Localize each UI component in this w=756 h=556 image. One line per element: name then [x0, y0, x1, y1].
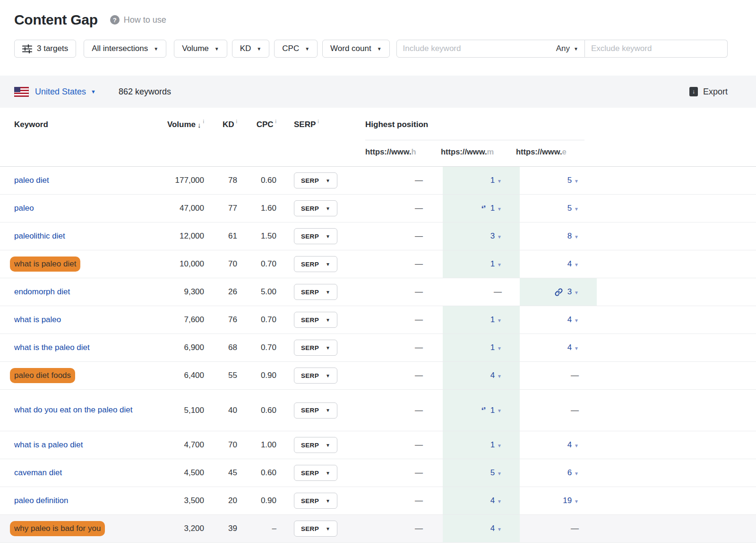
serp-dropdown-button[interactable]: SERP▼ — [294, 402, 337, 419]
position-dropdown[interactable]: 19▼ — [563, 496, 579, 505]
kd-value: 45 — [204, 459, 237, 487]
position-dropdown[interactable]: 1▼ — [490, 176, 502, 185]
how-to-use-link[interactable]: ? How to use — [110, 15, 166, 25]
position-dropdown[interactable]: 6▼ — [567, 468, 579, 478]
no-position-dash: — — [415, 343, 423, 352]
serp-dropdown-button[interactable]: SERP▼ — [294, 340, 337, 356]
keyword-link[interactable]: paleo diet — [14, 174, 49, 187]
column-header-volume[interactable]: Volume↓i — [137, 118, 204, 131]
table-row: what is paleo7,600760.70SERP▼—1▼4▼ — [0, 306, 756, 334]
serp-dropdown-button[interactable]: SERP▼ — [294, 368, 337, 384]
position-cell-2: 4▼ — [443, 515, 520, 542]
cpc-filter-dropdown[interactable]: CPC▼ — [274, 40, 318, 58]
country-dropdown[interactable]: United States ▼ — [35, 87, 96, 97]
word-count-filter-dropdown[interactable]: Word count▼ — [322, 40, 390, 58]
kd-value: 61 — [204, 222, 237, 250]
position-dropdown[interactable]: 3▼ — [555, 287, 579, 297]
no-position-dash: — — [571, 406, 579, 415]
keyword-link-highlighted[interactable]: why paleo is bad for you — [10, 521, 105, 536]
keyword-link[interactable]: caveman diet — [14, 467, 62, 479]
keyword-link[interactable]: what do you eat on the paleo diet — [14, 404, 132, 416]
cpc-value: 0.90 — [234, 362, 276, 389]
cpc-value: 1.00 — [234, 431, 276, 459]
position-value: 1 — [490, 315, 495, 325]
kd-value: 39 — [204, 515, 237, 542]
position-dropdown[interactable]: 4▼ — [490, 524, 502, 533]
info-icon[interactable]: i — [318, 119, 318, 124]
targets-button[interactable]: 3 targets — [14, 40, 76, 58]
column-header-serp[interactable]: SERPi — [294, 118, 319, 131]
volume-value: 4,700 — [137, 431, 204, 459]
include-keyword-input[interactable]: Include keyword Any▼ — [396, 40, 585, 58]
position-dropdown[interactable]: 4▼ — [567, 315, 579, 325]
kd-value: 70 — [204, 431, 237, 459]
keyword-link[interactable]: what is paleo — [14, 314, 61, 326]
keyword-link[interactable]: what is the paleo diet — [14, 342, 90, 354]
position-dropdown[interactable]: 1▼ — [490, 315, 502, 325]
serp-dropdown-button[interactable]: SERP▼ — [294, 228, 337, 244]
include-mode-dropdown[interactable]: Any▼ — [556, 44, 578, 53]
volume-value: 6,900 — [137, 334, 204, 361]
serp-dropdown-button[interactable]: SERP▼ — [294, 493, 337, 509]
position-cell-3: 19▼ — [520, 487, 597, 514]
keyword-link[interactable]: paleo definition — [14, 495, 68, 507]
position-dropdown[interactable]: ❛❜1▼ — [481, 204, 502, 213]
serp-dropdown-button[interactable]: SERP▼ — [294, 256, 337, 272]
exclude-keyword-input[interactable]: Exclude keyword — [585, 40, 728, 58]
serp-dropdown-button[interactable]: SERP▼ — [294, 200, 337, 216]
position-dropdown[interactable]: 3▼ — [490, 231, 502, 241]
no-position-dash: — — [415, 287, 423, 297]
chevron-down-icon: ▼ — [574, 262, 579, 267]
target-url-3[interactable]: https://www.e — [516, 144, 587, 160]
serp-dropdown-button[interactable]: SERP▼ — [294, 172, 337, 188]
position-dropdown[interactable]: 5▼ — [567, 176, 579, 185]
position-dropdown[interactable]: 5▼ — [567, 204, 579, 213]
position-cell-1: — — [365, 250, 443, 278]
chevron-down-icon: ▼ — [574, 234, 579, 240]
keyword-link[interactable]: paleolithic diet — [14, 230, 65, 242]
intersections-dropdown[interactable]: All intersections▼ — [84, 40, 166, 58]
keyword-link-highlighted[interactable]: paleo diet foods — [10, 368, 75, 383]
serp-cell: SERP▼ — [294, 195, 337, 222]
kd-filter-dropdown[interactable]: KD▼ — [232, 40, 270, 58]
position-value: 3 — [567, 287, 572, 297]
volume-filter-dropdown[interactable]: Volume▼ — [174, 40, 227, 58]
position-dropdown[interactable]: 1▼ — [490, 440, 502, 450]
position-dropdown[interactable]: 4▼ — [490, 371, 502, 380]
serp-dropdown-button[interactable]: SERP▼ — [294, 521, 337, 537]
keyword-cell: paleo definition — [14, 487, 137, 514]
column-header-keyword[interactable]: Keyword — [14, 118, 48, 131]
position-dropdown[interactable]: 1▼ — [490, 259, 502, 269]
column-header-cpc[interactable]: CPCi — [234, 118, 276, 131]
position-dropdown[interactable]: 4▼ — [490, 496, 502, 505]
keyword-link[interactable]: what is a paleo diet — [14, 439, 83, 451]
serp-dropdown-button[interactable]: SERP▼ — [294, 465, 337, 481]
position-dropdown[interactable]: 4▼ — [567, 343, 579, 352]
position-dropdown[interactable]: 1▼ — [490, 343, 502, 352]
chevron-down-icon: ▼ — [574, 499, 579, 504]
target-url-2[interactable]: https://www.m — [441, 144, 512, 160]
chevron-down-icon: ▼ — [326, 498, 330, 504]
position-dropdown[interactable]: 5▼ — [490, 468, 502, 478]
chevron-down-icon: ▼ — [326, 526, 330, 531]
position-dropdown[interactable]: 4▼ — [567, 259, 579, 269]
keyword-link[interactable]: endomorph diet — [14, 286, 70, 298]
position-cell-1: — — [365, 431, 443, 459]
target-url-1[interactable]: https://www.h — [365, 144, 436, 160]
no-position-dash: — — [415, 315, 423, 325]
column-header-kd[interactable]: KDi — [204, 118, 237, 131]
kd-value: 55 — [204, 362, 237, 389]
export-button[interactable]: ↓ Export — [689, 87, 728, 97]
serp-dropdown-button[interactable]: SERP▼ — [294, 437, 337, 453]
position-dropdown[interactable]: 8▼ — [567, 231, 579, 241]
serp-dropdown-button[interactable]: SERP▼ — [294, 312, 337, 328]
export-download-icon: ↓ — [689, 87, 698, 96]
keyword-link[interactable]: paleo — [14, 202, 34, 214]
serp-dropdown-button[interactable]: SERP▼ — [294, 284, 337, 300]
chevron-down-icon: ▼ — [497, 318, 502, 323]
keyword-count: 862 keywords — [119, 87, 171, 97]
position-dropdown[interactable]: 4▼ — [567, 440, 579, 450]
info-icon[interactable]: i — [275, 119, 276, 124]
keyword-link-highlighted[interactable]: what is paleo diet — [10, 257, 80, 272]
position-dropdown[interactable]: ❛❜1▼ — [481, 406, 502, 415]
